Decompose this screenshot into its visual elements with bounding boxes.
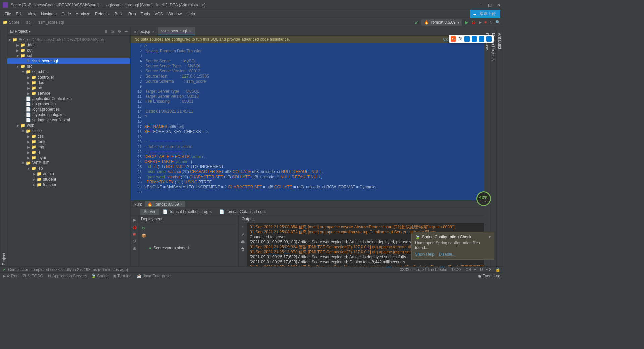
tab-localhost-log[interactable]: 📄 Tomcat Localhost Log × bbox=[159, 209, 215, 215]
deploy-icon[interactable]: 📦 bbox=[141, 233, 146, 238]
tree-item[interactable]: ▶📁.idea bbox=[7, 42, 130, 48]
menu-file[interactable]: File bbox=[3, 11, 13, 17]
menu-view[interactable]: View bbox=[25, 11, 38, 17]
run-config-tab[interactable]: 🔥 Tomcat 8.5.69 × bbox=[145, 201, 185, 207]
close-icon[interactable]: × bbox=[189, 29, 191, 33]
btm-appservers[interactable]: 🖥 Application Servers bbox=[47, 273, 87, 278]
run-button[interactable]: ▶ bbox=[465, 20, 468, 25]
encoding[interactable]: UTF-8 bbox=[480, 267, 491, 272]
menu-navigate[interactable]: Navigate bbox=[39, 11, 59, 17]
tree-item[interactable]: ▶📁out bbox=[7, 48, 130, 53]
tab-ssmscoresql[interactable]: ssm_score.sql× bbox=[158, 27, 195, 35]
cloud-upload-button[interactable]: ☁ 极速上传 bbox=[470, 10, 500, 18]
ime-icon[interactable] bbox=[472, 36, 477, 42]
menu-analyze[interactable]: Analyze bbox=[74, 11, 92, 17]
show-help-link[interactable]: Show Help bbox=[415, 252, 434, 257]
update-button[interactable]: ↻ bbox=[489, 20, 493, 25]
crumb-root[interactable]: Score bbox=[9, 20, 19, 25]
tab-project[interactable]: 1: Project bbox=[1, 30, 7, 272]
run-config-dropdown[interactable]: 🔥 Tomcat 8.5.69 ▾ bbox=[421, 19, 462, 26]
coverage-button[interactable]: ▶ bbox=[479, 20, 482, 25]
menu-code[interactable]: Code bbox=[59, 11, 73, 17]
tree-item[interactable]: ▶📁css bbox=[7, 134, 130, 139]
tree-item[interactable]: 📄db.properties bbox=[7, 101, 130, 107]
menu-help[interactable]: Help bbox=[184, 11, 197, 17]
ime-icon[interactable] bbox=[464, 36, 470, 42]
tree-item[interactable]: ▶📁student bbox=[7, 177, 130, 182]
ime-icon[interactable] bbox=[479, 36, 484, 42]
disable-link[interactable]: Disable... bbox=[439, 252, 455, 257]
tree-item[interactable]: 🗎ssm_score.sql bbox=[7, 58, 130, 64]
speed-badge[interactable]: 42% ↓0.07K/s bbox=[476, 191, 491, 206]
tab-structure[interactable]: 7: Structure bbox=[0, 97, 1, 272]
open-browser-icon[interactable]: 🐞 bbox=[132, 225, 137, 230]
tree-item[interactable]: ▼📁src bbox=[7, 64, 130, 69]
tab-ant[interactable]: Ant Build bbox=[497, 30, 503, 272]
scroll-from-source-icon[interactable]: ⊕ bbox=[104, 29, 108, 34]
tree-item[interactable]: ▼📁WEB-INF bbox=[7, 160, 130, 166]
tree-item[interactable]: ▶📁teacher bbox=[7, 182, 130, 187]
menu-run[interactable]: Run bbox=[126, 11, 138, 17]
ime-icon[interactable] bbox=[486, 36, 492, 42]
tree-item[interactable]: ▶📁layui bbox=[7, 155, 130, 160]
menu-edit[interactable]: Edit bbox=[14, 11, 25, 17]
tree-item[interactable]: ▶📁img bbox=[7, 144, 130, 150]
tab-catalina-log[interactable]: 📄 Tomcat Catalina Log × bbox=[216, 209, 269, 215]
tree-item[interactable]: ▶📁fonts bbox=[7, 139, 130, 144]
maximize-button[interactable]: ▢ bbox=[488, 3, 492, 7]
minimize-button[interactable]: ─ bbox=[480, 3, 483, 7]
crumb-sql[interactable]: sql bbox=[26, 20, 31, 25]
gear-icon[interactable]: ⚙ bbox=[118, 29, 121, 34]
btm-run[interactable]: ▶ 4: Run bbox=[3, 273, 18, 278]
code-editor[interactable]: 1234567891011121314151617181920212223242… bbox=[131, 43, 496, 200]
ime-toolbar[interactable]: S 英 bbox=[449, 35, 494, 43]
tree-item[interactable]: ▶📁dao bbox=[7, 80, 130, 85]
project-tree[interactable]: ▼📁ScoreD:\BusinessCodes\IDEA2018\SSM\Sco… bbox=[7, 36, 130, 272]
menu-vcs[interactable]: VCS bbox=[153, 11, 165, 17]
collapse-all-icon[interactable]: ⇲ bbox=[111, 29, 114, 34]
btm-terminal[interactable]: ▣ Terminal bbox=[113, 273, 132, 278]
tree-item[interactable]: ▶📁service bbox=[7, 91, 130, 96]
clear-icon[interactable]: 🗑 bbox=[241, 247, 245, 251]
chevron-down-icon[interactable]: ▾ bbox=[489, 235, 491, 239]
print-icon[interactable]: 🖶 bbox=[241, 239, 245, 244]
close-icon[interactable]: × bbox=[152, 30, 154, 34]
btm-spring[interactable]: 🍃 Spring bbox=[91, 273, 109, 278]
tree-item[interactable]: 📄springmvc-config.xml bbox=[7, 117, 130, 123]
btm-todo[interactable]: ☑ 6: TODO bbox=[22, 273, 43, 278]
scroll-icon[interactable]: ↕ bbox=[242, 225, 244, 229]
menu-window[interactable]: Window bbox=[165, 11, 184, 17]
search-button[interactable]: 🔍 bbox=[495, 20, 500, 25]
cursor-pos[interactable]: 18:28 bbox=[451, 267, 462, 272]
stop-button[interactable]: ■ bbox=[484, 20, 487, 25]
btm-javaee[interactable]: ☕ Java Enterprise bbox=[137, 273, 170, 278]
tree-item[interactable]: 📄mybatis-config.xml bbox=[7, 112, 130, 117]
tree-item[interactable]: ▶📁controller bbox=[7, 74, 130, 80]
tree-item[interactable]: ▼📁jsp bbox=[7, 166, 130, 171]
close-button[interactable]: ✕ bbox=[497, 3, 500, 7]
layout-icon[interactable]: ⊞ bbox=[132, 246, 136, 251]
menu-refactor[interactable]: Refactor bbox=[93, 11, 112, 17]
project-dropdown[interactable]: ▤ Project ▾ bbox=[10, 29, 31, 34]
tree-item[interactable]: ▶📁admin bbox=[7, 171, 130, 177]
event-log[interactable]: ◉ Event Log bbox=[478, 273, 500, 278]
sogou-icon[interactable]: S bbox=[451, 36, 456, 42]
artifact-item[interactable]: ●Score:war exploded bbox=[148, 225, 190, 271]
line-sep[interactable]: CRLF bbox=[466, 267, 476, 272]
menu-build[interactable]: Build bbox=[113, 11, 126, 17]
tab-indexjsp[interactable]: index.jsp× bbox=[131, 28, 158, 35]
deploy-all-icon[interactable]: ⟳ bbox=[142, 226, 145, 231]
tree-item[interactable]: ▼📁com.hhtc bbox=[7, 69, 130, 74]
crumb-file[interactable]: ssm_score.sql bbox=[38, 20, 64, 25]
stop-icon[interactable]: ■ bbox=[133, 232, 136, 237]
hide-icon[interactable]: ─ bbox=[125, 29, 128, 34]
debug-button[interactable]: 🐞 bbox=[471, 20, 476, 25]
tree-item[interactable]: ▼📁static bbox=[7, 128, 130, 134]
tree-item[interactable]: ▼📁sql bbox=[7, 53, 130, 58]
update-icon[interactable]: ↻ bbox=[132, 239, 136, 244]
wrap-icon[interactable]: ⇄ bbox=[241, 232, 245, 237]
tree-item[interactable]: ▼📁web bbox=[7, 123, 130, 128]
lock-icon[interactable]: 🔒 bbox=[495, 267, 500, 272]
tree-item[interactable]: ▶📁po bbox=[7, 85, 130, 91]
tab-server[interactable]: Server bbox=[140, 209, 159, 215]
